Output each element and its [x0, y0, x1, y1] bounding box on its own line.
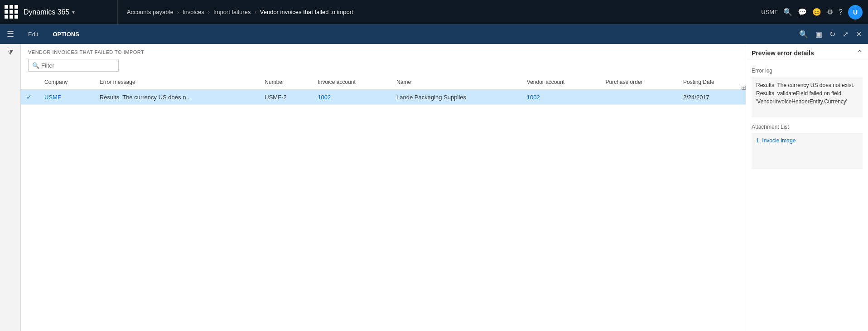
breadcrumb-sep-1: › [177, 9, 179, 15]
resize-icon[interactable]: ⤢ [840, 28, 851, 40]
row-purchase-order [600, 89, 678, 105]
right-panel-header: Preview error details ⌃ [746, 44, 868, 61]
attachment-list-label: Attachment List [752, 124, 863, 130]
edit-button[interactable]: Edit [21, 24, 45, 44]
search-icon[interactable]: 🔍 [783, 8, 792, 16]
second-nav-right-icons: 🔍 ▣ ↻ ⤢ ✕ [796, 28, 868, 40]
attachment-item[interactable]: 1, Invocie image [756, 137, 796, 144]
options-button[interactable]: OPTIONS [45, 24, 87, 44]
filter-search-icon: 🔍 [32, 62, 39, 69]
panel-collapse-icon[interactable]: ⌃ [857, 49, 863, 57]
content-area: VENDOR INVOICES THAT FAILED TO IMPORT 🔍 … [21, 44, 746, 331]
col-check [21, 75, 39, 89]
col-vendor-account[interactable]: Vendor account [521, 75, 600, 89]
row-posting-date: 2/24/2017 [678, 89, 746, 105]
left-sidebar: ⧩ [0, 44, 21, 331]
row-error-message: Results. The currency US does n... [94, 89, 259, 105]
close-icon[interactable]: ✕ [853, 28, 864, 40]
col-name[interactable]: Name [391, 75, 521, 89]
filter-bar: 🔍 [21, 57, 746, 75]
top-nav-right-icons: USMF 🔍 💬 😊 ⚙ ? U [756, 5, 868, 19]
breadcrumb-sep-2: › [208, 9, 210, 15]
col-error-message[interactable]: Error message [94, 75, 259, 89]
chat-icon[interactable]: 💬 [798, 8, 807, 16]
row-vendor-account[interactable]: 1002 [521, 89, 600, 105]
waffle-menu-icon[interactable] [5, 5, 19, 19]
row-company[interactable]: USMF [39, 89, 94, 105]
fullscreen-icon[interactable]: ▣ [813, 28, 825, 40]
main-wrapper: ⧩ VENDOR INVOICES THAT FAILED TO IMPORT … [0, 44, 868, 331]
breadcrumb-sep-3: › [254, 9, 256, 15]
error-log-box: Results. The currency US does not exist.… [752, 77, 863, 117]
breadcrumb-accounts-payable[interactable]: Accounts payable [127, 9, 174, 15]
invoices-table: Company Error message Number Invoice acc… [21, 75, 746, 105]
col-purchase-order[interactable]: Purchase order [600, 75, 678, 89]
panel-resize-handle[interactable]: ⊞ [741, 84, 747, 91]
table-header-row: Company Error message Number Invoice acc… [21, 75, 746, 89]
attachment-box: 1, Invocie image [752, 133, 863, 169]
smiley-icon[interactable]: 😊 [812, 8, 821, 16]
filter-input[interactable] [41, 62, 117, 69]
col-company[interactable]: Company [39, 75, 94, 89]
top-nav: Dynamics 365 ▾ Accounts payable › Invoic… [0, 0, 868, 24]
settings-icon[interactable]: ⚙ [827, 8, 833, 16]
app-title-chevron-icon[interactable]: ▾ [72, 9, 75, 15]
right-panel-body: Error log Results. The currency US does … [746, 61, 868, 331]
col-invoice-account[interactable]: Invoice account [312, 75, 391, 89]
breadcrumb: Accounts payable › Invoices › Import fai… [118, 9, 756, 15]
col-number[interactable]: Number [259, 75, 312, 89]
row-name: Lande Packaging Supplies [391, 89, 521, 105]
breadcrumb-invoices[interactable]: Invoices [183, 9, 204, 15]
filter-icon[interactable]: ⧩ [7, 49, 13, 57]
table-wrap: Company Error message Number Invoice acc… [21, 75, 746, 331]
error-log-label: Error log [752, 68, 863, 74]
breadcrumb-current-page: Vendor invoices that failed to import [260, 9, 353, 15]
breadcrumb-import-failures[interactable]: Import failures [213, 9, 251, 15]
hamburger-menu-icon[interactable]: ☰ [0, 24, 21, 44]
row-check[interactable]: ✓ [21, 89, 39, 105]
page-title-bar: VENDOR INVOICES THAT FAILED TO IMPORT [21, 44, 746, 57]
app-title[interactable]: Dynamics 365 [24, 8, 69, 16]
app-brand-area: Dynamics 365 ▾ [0, 0, 118, 24]
right-panel: Preview error details ⌃ Error log Result… [746, 44, 868, 331]
user-avatar[interactable]: U [848, 5, 863, 19]
page-title: VENDOR INVOICES THAT FAILED TO IMPORT [28, 49, 144, 55]
right-panel-title: Preview error details [752, 49, 814, 57]
col-posting-date[interactable]: Posting Date [678, 75, 746, 89]
second-nav: ☰ Edit OPTIONS 🔍 ▣ ↻ ⤢ ✕ [0, 24, 868, 44]
filter-input-wrap: 🔍 [28, 59, 119, 72]
row-number: USMF-2 [259, 89, 312, 105]
help-icon[interactable]: ? [839, 8, 843, 16]
row-invoice-account[interactable]: 1002 [312, 89, 391, 105]
refresh-icon[interactable]: ↻ [827, 28, 838, 40]
filter-search-icon[interactable]: 🔍 [796, 28, 811, 40]
org-name: USMF [761, 9, 778, 15]
table-row[interactable]: ✓ USMF Results. The currency US does n..… [21, 89, 746, 105]
